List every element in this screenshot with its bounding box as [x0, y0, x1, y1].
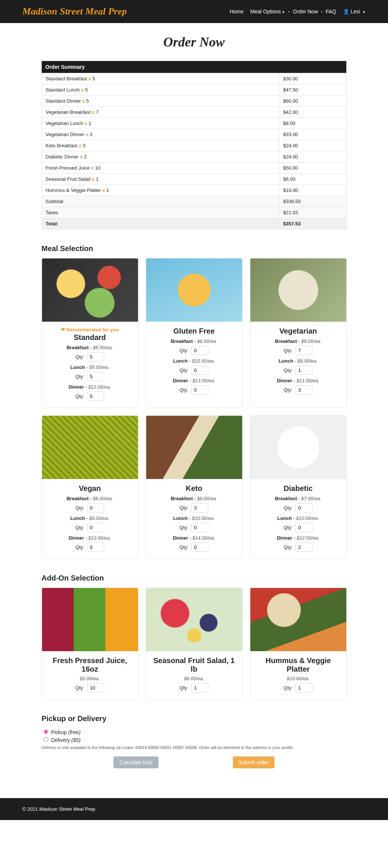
qty-label: Qty: [76, 505, 84, 511]
meal-image [146, 416, 242, 479]
meal-price-line: Lunch - $10.00/ea. [256, 515, 341, 521]
meal-selection-heading: Meal Selection [42, 244, 347, 253]
meal-image [42, 258, 138, 322]
qty-input[interactable] [191, 346, 208, 355]
summary-item-cell: Vegetarian Lunch x 1 [42, 118, 279, 129]
meal-card: ❤ Recommended for youStandardBreakfast -… [42, 258, 138, 408]
qty-input[interactable] [191, 366, 208, 375]
summary-item-cell: Seasonal Fruit Salad x 1 [42, 174, 279, 185]
times-icon: x [86, 132, 88, 137]
summary-label-cell: Taxes [42, 207, 279, 218]
summary-price-cell: $24.00 [279, 140, 346, 151]
addon-image [146, 588, 242, 651]
qty-label: Qty: [180, 387, 189, 393]
qty-input[interactable] [295, 683, 312, 692]
qty-input[interactable] [87, 523, 104, 532]
qty-input[interactable] [87, 543, 104, 552]
qty-input[interactable] [295, 346, 312, 355]
qty-label: Qty: [76, 354, 84, 360]
table-row: Vegetarian Dinner x 3$33.00 [42, 129, 346, 140]
brand-link[interactable]: Madison Street Meal Prep [22, 6, 127, 17]
meal-price-line: Dinner - $13.00/ea. [151, 378, 237, 383]
times-icon: x [92, 109, 94, 115]
qty-input[interactable] [87, 372, 104, 381]
summary-price-cell: $8.00 [279, 174, 346, 185]
nav-order-now[interactable]: Order Now [293, 9, 318, 15]
footer: © 2021 Madison Street Meal Prep [0, 798, 388, 820]
times-icon: x [80, 154, 83, 160]
calculate-total-button[interactable]: Calculate total [113, 756, 158, 768]
meal-price-line: Dinner - $10.00/ea. [47, 535, 133, 541]
nav-faq[interactable]: FAQ [326, 9, 336, 15]
qty-input[interactable] [191, 683, 208, 692]
table-row: Standard Lunch x 5$47.50 [42, 84, 346, 96]
meal-card-title: Vegan [47, 484, 133, 493]
pickup-delivery-block: Pickup (free) Delivery ($5) Delivery is … [42, 728, 347, 768]
delivery-radio[interactable] [44, 737, 48, 742]
nav-home[interactable]: Home [230, 9, 243, 15]
qty-input[interactable] [87, 503, 104, 512]
times-icon: x [82, 98, 85, 104]
times-icon: x [78, 143, 81, 148]
summary-price-cell: $8.00 [279, 118, 346, 129]
table-row: Diabetic Dinner x 2$24.00 [42, 151, 346, 163]
delivery-option[interactable]: Delivery ($5) [42, 737, 81, 743]
qty-label: Qty: [180, 367, 189, 373]
meal-price-line: Breakfast - $7.00/ea. [256, 496, 341, 501]
meal-price-line: Breakfast - $6.00/ea. [47, 496, 133, 501]
addon-card: Hummus & Veggie Platter $10.00/ea. Qty: [250, 588, 347, 700]
summary-item-cell: Diabetic Dinner x 2 [42, 151, 279, 163]
table-row: Standard Breakfast x 5$30.00 [42, 73, 346, 84]
meal-price-line: Dinner - $11.00/ea. [256, 378, 341, 383]
qty-input[interactable] [295, 385, 312, 395]
times-icon: x [92, 176, 94, 182]
addon-price: $5.00/ea. [47, 676, 133, 681]
meal-card: DiabeticBreakfast - $7.00/ea. Qty:Lunch … [250, 415, 347, 559]
qty-input[interactable] [191, 523, 208, 532]
addon-image [250, 588, 346, 651]
summary-item-cell: Vegetarian Dinner x 3 [42, 129, 279, 140]
qty-label: Qty: [284, 348, 293, 353]
times-icon: x [88, 76, 91, 81]
nav-user-menu[interactable]: 👤 Lexi ▼ [343, 9, 366, 15]
qty-input[interactable] [87, 683, 104, 692]
qty-input[interactable] [295, 503, 312, 512]
table-row: Total:$357.53 [42, 218, 346, 229]
times-icon: x [102, 187, 105, 193]
nav-user-label: Lexi [351, 9, 360, 15]
qty-label: Qty: [180, 348, 189, 353]
qty-input[interactable] [87, 392, 104, 401]
pickup-option[interactable]: Pickup (free) [42, 729, 81, 735]
pickup-radio[interactable] [44, 729, 48, 734]
qty-input[interactable] [295, 543, 312, 552]
summary-price-cell: $21.03 [279, 207, 346, 218]
summary-price-cell: $33.00 [279, 129, 346, 140]
qty-input[interactable] [87, 352, 104, 361]
meal-price-line: Lunch - $8.00/ea. [256, 358, 341, 364]
addon-card: Fresh Pressed Juice, 16oz $5.00/ea. Qty: [42, 588, 138, 700]
qty-input[interactable] [295, 523, 312, 532]
summary-item-cell: Standard Breakfast x 5 [42, 73, 279, 84]
order-summary-table: Order Summary Standard Breakfast x 5$30.… [42, 61, 347, 229]
submit-order-button[interactable]: Submit order [233, 756, 275, 768]
meal-card: VeganBreakfast - $6.00/ea. Qty:Lunch - $… [42, 415, 138, 559]
table-row: Taxes$21.03 [42, 207, 346, 218]
summary-price-cell: $10.00 [279, 185, 346, 196]
qty-input[interactable] [191, 543, 208, 552]
qty-input[interactable] [295, 366, 312, 375]
qty-input[interactable] [191, 385, 208, 395]
summary-item-cell: Standard Dinner x 5 [42, 96, 279, 107]
meal-image [146, 258, 242, 322]
chevron-down-icon: ▼ [362, 10, 366, 14]
summary-item-cell: Keto Breakfast x 3 [42, 140, 279, 151]
meal-price-line: Lunch - $9.50/ea. [47, 364, 133, 370]
qty-input[interactable] [191, 503, 208, 512]
meal-grid: ❤ Recommended for youStandardBreakfast -… [42, 258, 347, 559]
qty-label: Qty: [76, 525, 84, 530]
meal-card-title: Standard [47, 333, 133, 342]
summary-price-cell: $336.50 [279, 196, 346, 207]
table-row: Subtotal$336.50 [42, 196, 346, 207]
table-row: Fresh Pressed Juice x 10$50.00 [42, 163, 346, 174]
qty-label: Qty: [284, 387, 293, 393]
nav-meal-options[interactable]: Meal Options▼ [250, 9, 285, 15]
